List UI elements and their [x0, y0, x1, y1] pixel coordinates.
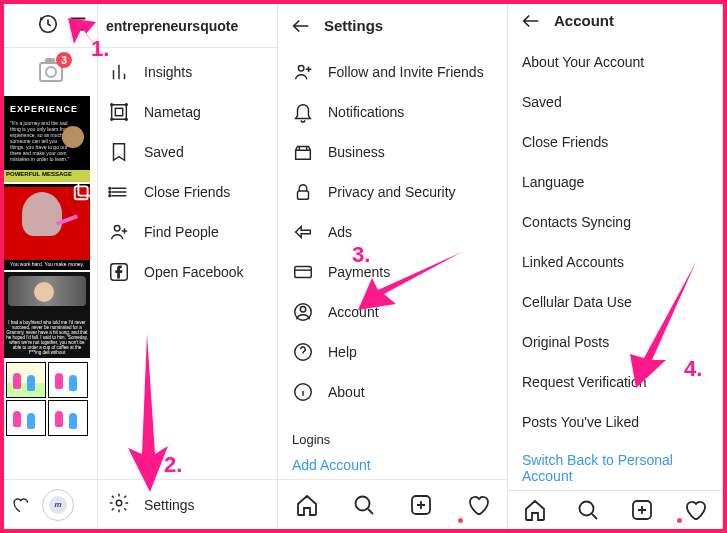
menu-item-label: Nametag: [144, 104, 201, 120]
svg-point-12: [114, 226, 120, 232]
menu-item-label: Open Facebook: [144, 264, 244, 280]
nav-search-icon[interactable]: [352, 493, 376, 517]
account-item-label: Original Posts: [522, 334, 609, 350]
arrow-3-icon: [354, 248, 464, 318]
ads-icon: [292, 221, 314, 243]
arrow-2-icon: [122, 334, 172, 494]
post-thumbnail[interactable]: I had a boyfriend who told me I'd never …: [4, 272, 90, 358]
account-item-label: Saved: [522, 94, 562, 110]
svg-rect-2: [75, 186, 88, 199]
account-item-label: Linked Accounts: [522, 254, 624, 270]
account-item-about-your-account[interactable]: About Your Account: [508, 42, 722, 82]
post-thumbnail[interactable]: [4, 360, 90, 446]
nav-home-icon[interactable]: [295, 493, 319, 517]
add-account-link[interactable]: Add Account: [278, 451, 507, 479]
notifications-icon: [292, 101, 314, 123]
carousel-icon: [72, 184, 90, 202]
business-icon: [292, 141, 314, 163]
settings-item-label: Privacy and Security: [328, 184, 456, 200]
menu-item-label: Insights: [144, 64, 192, 80]
menu-item-insights[interactable]: Insights: [98, 52, 277, 92]
svg-point-15: [298, 66, 304, 72]
settings-item-label: About: [328, 384, 365, 400]
privacy-icon: [292, 181, 314, 203]
settings-item-business[interactable]: Business: [278, 132, 507, 172]
nav-home-icon[interactable]: [523, 498, 547, 522]
nav-activity-icon[interactable]: [683, 498, 707, 522]
post-thumbnail[interactable]: EXPERIENCE "It's a journey and the sad t…: [4, 96, 90, 182]
settings-item-about[interactable]: About: [278, 372, 507, 412]
find-people-icon: [108, 221, 130, 243]
saved-icon: [108, 141, 130, 163]
svg-rect-17: [295, 267, 312, 278]
svg-point-14: [116, 500, 122, 506]
close-friends-icon: [108, 181, 130, 203]
post-thumbnail[interactable]: You work hard. You make money.: [4, 184, 90, 270]
settings-item-label: Help: [328, 344, 357, 360]
svg-rect-3: [112, 105, 127, 120]
settings-item-privacy[interactable]: Privacy and Security: [278, 172, 507, 212]
archive-icon[interactable]: [37, 13, 59, 38]
account-item-saved[interactable]: Saved: [508, 82, 722, 122]
svg-point-9: [109, 187, 111, 189]
svg-point-10: [109, 191, 111, 193]
help-icon: [292, 341, 314, 363]
account-item-label: Contacts Syncing: [522, 214, 631, 230]
arrow-1-icon: [64, 14, 124, 74]
about-icon: [292, 381, 314, 403]
svg-rect-4: [115, 108, 122, 115]
payments-icon: [292, 261, 314, 283]
settings-title: Settings: [324, 17, 383, 34]
menu-item-label: Find People: [144, 224, 219, 240]
settings-item-label: Follow and Invite Friends: [328, 64, 484, 80]
account-icon: [292, 301, 314, 323]
menu-item-open-facebook[interactable]: Open Facebook: [98, 252, 277, 292]
activity-dot-icon: [677, 518, 682, 523]
switch-personal-link[interactable]: Switch Back to Personal Account: [508, 446, 722, 490]
account-title: Account: [554, 12, 614, 29]
settings-item-notifications[interactable]: Notifications: [278, 92, 507, 132]
bottom-nav: [508, 490, 722, 529]
account-item-close-friends[interactable]: Close Friends: [508, 122, 722, 162]
profile-feed-sliver: 3 EXPERIENCE "It's a journey and the sad…: [4, 4, 98, 529]
account-item-label: Language: [522, 174, 584, 190]
account-item-label: Close Friends: [522, 134, 608, 150]
activity-dot-icon: [458, 518, 463, 523]
username-header: entrepreneursquote: [98, 4, 277, 48]
settings-item-help[interactable]: Help: [278, 332, 507, 372]
account-item-label: Cellular Data Use: [522, 294, 632, 310]
svg-point-11: [109, 195, 111, 197]
menu-item-saved[interactable]: Saved: [98, 132, 277, 172]
activity-heart-icon[interactable]: [10, 496, 30, 514]
account-item-language[interactable]: Language: [508, 162, 722, 202]
account-item-label: About Your Account: [522, 54, 644, 70]
svg-point-18: [300, 307, 306, 313]
nametag-icon: [108, 101, 130, 123]
back-button[interactable]: [520, 10, 542, 32]
settings-label: Settings: [144, 497, 195, 513]
account-item-contacts-syncing[interactable]: Contacts Syncing: [508, 202, 722, 242]
menu-item-nametag[interactable]: Nametag: [98, 92, 277, 132]
menu-item-label: Saved: [144, 144, 184, 160]
nav-new-post-icon[interactable]: [409, 493, 433, 517]
settings-item-ads[interactable]: Ads: [278, 212, 507, 252]
menu-item-label: Close Friends: [144, 184, 230, 200]
nav-activity-icon[interactable]: [466, 493, 490, 517]
nav-search-icon[interactable]: [576, 498, 600, 522]
svg-rect-16: [298, 191, 309, 199]
menu-item-close-friends[interactable]: Close Friends: [98, 172, 277, 212]
account-item-posts-liked[interactable]: Posts You've Liked: [508, 402, 722, 442]
settings-item-follow-invite[interactable]: Follow and Invite Friends: [278, 52, 507, 92]
back-button[interactable]: [290, 15, 312, 37]
settings-item-label: Business: [328, 144, 385, 160]
nav-new-post-icon[interactable]: [630, 498, 654, 522]
svg-point-22: [355, 496, 369, 510]
gear-icon: [108, 492, 130, 517]
settings-item-label: Ads: [328, 224, 352, 240]
profile-avatar[interactable]: m: [42, 489, 74, 521]
menu-item-find-people[interactable]: Find People: [98, 212, 277, 252]
follow-invite-icon: [292, 61, 314, 83]
arrow-4-icon: [626, 260, 706, 390]
bottom-nav: [278, 479, 507, 529]
settings-item-label: Notifications: [328, 104, 404, 120]
